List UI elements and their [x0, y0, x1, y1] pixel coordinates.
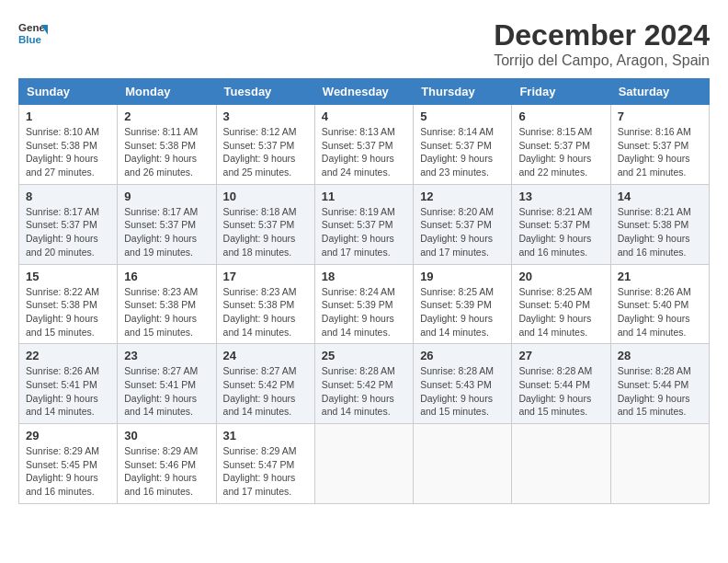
sunrise-label: Sunrise: 8:14 AM	[420, 126, 494, 137]
sunset-label: Sunset: 5:44 PM	[618, 379, 689, 390]
sunset-label: Sunset: 5:37 PM	[420, 140, 492, 151]
empty-cell	[610, 424, 709, 504]
day-info: Sunrise: 8:23 AM Sunset: 5:38 PM Dayligh…	[124, 285, 209, 339]
day-number: 20	[518, 270, 603, 283]
sunset-label: Sunset: 5:39 PM	[420, 299, 492, 310]
day-number: 26	[420, 349, 505, 362]
day-number: 2	[124, 109, 209, 123]
daylight-label: Daylight: 9 hours and 27 minutes.	[26, 153, 98, 178]
day-cell-9: 9 Sunrise: 8:17 AM Sunset: 5:37 PM Dayli…	[118, 184, 216, 264]
sunrise-label: Sunrise: 8:17 AM	[124, 206, 198, 217]
day-cell-16: 16 Sunrise: 8:23 AM Sunset: 5:38 PM Dayl…	[118, 264, 216, 344]
day-number: 21	[618, 270, 702, 283]
daylight-label: Daylight: 9 hours and 17 minutes.	[223, 472, 296, 497]
day-info: Sunrise: 8:21 AM Sunset: 5:37 PM Dayligh…	[518, 205, 603, 259]
day-cell-15: 15 Sunrise: 8:22 AM Sunset: 5:38 PM Dayl…	[19, 264, 118, 344]
daylight-label: Daylight: 9 hours and 20 minutes.	[26, 233, 98, 258]
sunset-label: Sunset: 5:37 PM	[223, 219, 295, 230]
sunrise-label: Sunrise: 8:27 AM	[124, 365, 198, 376]
svg-text:Blue: Blue	[18, 34, 42, 45]
day-number: 11	[322, 190, 406, 203]
day-info: Sunrise: 8:21 AM Sunset: 5:38 PM Dayligh…	[618, 205, 702, 259]
day-cell-18: 18 Sunrise: 8:24 AM Sunset: 5:39 PM Dayl…	[314, 264, 413, 344]
day-cell-14: 14 Sunrise: 8:21 AM Sunset: 5:38 PM Dayl…	[610, 184, 709, 264]
logo-icon: General Blue	[18, 18, 48, 48]
daylight-label: Daylight: 9 hours and 21 minutes.	[618, 153, 690, 178]
sunset-label: Sunset: 5:42 PM	[223, 379, 295, 390]
day-cell-21: 21 Sunrise: 8:26 AM Sunset: 5:40 PM Dayl…	[610, 264, 709, 344]
day-info: Sunrise: 8:11 AM Sunset: 5:38 PM Dayligh…	[124, 125, 209, 179]
daylight-label: Daylight: 9 hours and 19 minutes.	[124, 233, 197, 258]
day-info: Sunrise: 8:29 AM Sunset: 5:47 PM Dayligh…	[223, 444, 308, 499]
day-info: Sunrise: 8:29 AM Sunset: 5:46 PM Dayligh…	[124, 444, 209, 499]
sunrise-label: Sunrise: 8:19 AM	[322, 206, 395, 217]
day-info: Sunrise: 8:28 AM Sunset: 5:44 PM Dayligh…	[618, 364, 702, 419]
day-info: Sunrise: 8:22 AM Sunset: 5:38 PM Dayligh…	[26, 285, 110, 339]
sunset-label: Sunset: 5:39 PM	[322, 299, 393, 310]
day-info: Sunrise: 8:28 AM Sunset: 5:42 PM Dayligh…	[322, 364, 406, 419]
week-row-2: 8 Sunrise: 8:17 AM Sunset: 5:37 PM Dayli…	[19, 184, 710, 264]
sunrise-label: Sunrise: 8:29 AM	[223, 445, 297, 456]
sunset-label: Sunset: 5:47 PM	[223, 459, 295, 470]
sunrise-label: Sunrise: 8:24 AM	[322, 286, 395, 297]
sunset-label: Sunset: 5:38 PM	[26, 299, 97, 310]
day-number: 24	[223, 349, 308, 362]
day-info: Sunrise: 8:15 AM Sunset: 5:37 PM Dayligh…	[518, 125, 603, 179]
sunrise-label: Sunrise: 8:22 AM	[26, 286, 99, 297]
daylight-label: Daylight: 9 hours and 14 minutes.	[223, 393, 296, 418]
day-number: 18	[322, 270, 406, 283]
day-cell-30: 30 Sunrise: 8:29 AM Sunset: 5:46 PM Dayl…	[118, 424, 216, 504]
header-sunday: Sunday	[19, 79, 118, 105]
header-tuesday: Tuesday	[216, 79, 314, 105]
day-cell-11: 11 Sunrise: 8:19 AM Sunset: 5:37 PM Dayl…	[314, 184, 413, 264]
sunset-label: Sunset: 5:38 PM	[618, 219, 689, 230]
daylight-label: Daylight: 9 hours and 25 minutes.	[223, 153, 296, 178]
day-number: 17	[223, 270, 308, 283]
day-cell-1: 1 Sunrise: 8:10 AM Sunset: 5:38 PM Dayli…	[19, 105, 118, 185]
day-info: Sunrise: 8:20 AM Sunset: 5:37 PM Dayligh…	[420, 205, 505, 259]
sunset-label: Sunset: 5:37 PM	[223, 140, 295, 151]
sunset-label: Sunset: 5:41 PM	[26, 379, 97, 390]
sunset-label: Sunset: 5:37 PM	[322, 219, 393, 230]
day-info: Sunrise: 8:25 AM Sunset: 5:40 PM Dayligh…	[518, 285, 603, 339]
sunset-label: Sunset: 5:38 PM	[124, 140, 196, 151]
empty-cell	[314, 424, 413, 504]
day-number: 25	[322, 349, 406, 362]
day-number: 4	[322, 109, 406, 123]
day-info: Sunrise: 8:14 AM Sunset: 5:37 PM Dayligh…	[420, 125, 505, 179]
day-cell-7: 7 Sunrise: 8:16 AM Sunset: 5:37 PM Dayli…	[610, 105, 709, 185]
sunset-label: Sunset: 5:44 PM	[518, 379, 590, 390]
main-title: December 2024	[494, 18, 710, 52]
sunrise-label: Sunrise: 8:29 AM	[26, 445, 99, 456]
sunrise-label: Sunrise: 8:27 AM	[223, 365, 297, 376]
day-info: Sunrise: 8:27 AM Sunset: 5:42 PM Dayligh…	[223, 364, 308, 419]
sunrise-label: Sunrise: 8:17 AM	[26, 206, 99, 217]
day-info: Sunrise: 8:19 AM Sunset: 5:37 PM Dayligh…	[322, 205, 406, 259]
daylight-label: Daylight: 9 hours and 16 minutes.	[618, 233, 690, 258]
day-cell-28: 28 Sunrise: 8:28 AM Sunset: 5:44 PM Dayl…	[610, 344, 709, 424]
sunset-label: Sunset: 5:37 PM	[420, 219, 492, 230]
sunrise-label: Sunrise: 8:28 AM	[420, 365, 494, 376]
sunrise-label: Sunrise: 8:25 AM	[420, 286, 494, 297]
sunrise-label: Sunrise: 8:15 AM	[518, 126, 592, 137]
sunrise-label: Sunrise: 8:12 AM	[223, 126, 297, 137]
day-info: Sunrise: 8:17 AM Sunset: 5:37 PM Dayligh…	[124, 205, 209, 259]
day-info: Sunrise: 8:28 AM Sunset: 5:43 PM Dayligh…	[420, 364, 505, 419]
day-cell-24: 24 Sunrise: 8:27 AM Sunset: 5:42 PM Dayl…	[216, 344, 314, 424]
day-cell-6: 6 Sunrise: 8:15 AM Sunset: 5:37 PM Dayli…	[512, 105, 610, 185]
daylight-label: Daylight: 9 hours and 15 minutes.	[124, 313, 197, 338]
day-number: 9	[124, 190, 209, 203]
daylight-label: Daylight: 9 hours and 17 minutes.	[322, 233, 394, 258]
day-number: 8	[26, 190, 110, 203]
sunrise-label: Sunrise: 8:29 AM	[124, 445, 198, 456]
day-cell-31: 31 Sunrise: 8:29 AM Sunset: 5:47 PM Dayl…	[216, 424, 314, 504]
daylight-label: Daylight: 9 hours and 15 minutes.	[26, 313, 98, 338]
day-cell-4: 4 Sunrise: 8:13 AM Sunset: 5:37 PM Dayli…	[314, 105, 413, 185]
daylight-label: Daylight: 9 hours and 16 minutes.	[26, 472, 98, 497]
empty-cell	[512, 424, 610, 504]
daylight-label: Daylight: 9 hours and 15 minutes.	[518, 393, 591, 418]
daylight-label: Daylight: 9 hours and 14 minutes.	[420, 313, 493, 338]
header: General Blue December 2024 Torrijo del C…	[18, 18, 710, 69]
title-area: December 2024 Torrijo del Campo, Aragon,…	[494, 18, 710, 69]
day-number: 10	[223, 190, 308, 203]
